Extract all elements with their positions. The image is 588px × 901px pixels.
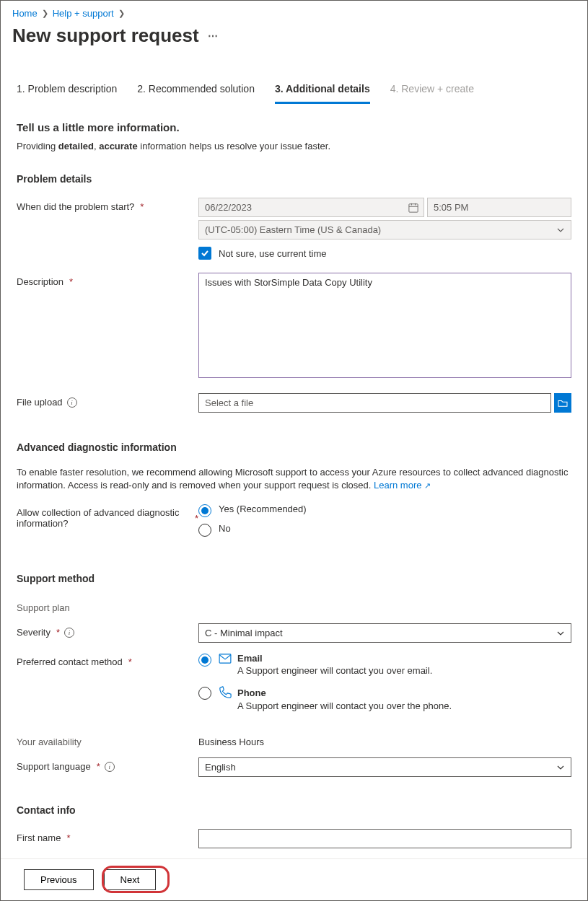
chevron-right-icon: ❯ bbox=[118, 9, 125, 18]
radio-diagnostic-no[interactable]: No bbox=[198, 523, 571, 537]
label-description: Description* bbox=[17, 273, 198, 287]
label-support-language: Support language* i bbox=[17, 757, 198, 772]
file-upload-input[interactable]: Select a file bbox=[198, 393, 551, 413]
wizard-footer: Previous Next bbox=[1, 858, 587, 900]
info-icon[interactable]: i bbox=[67, 397, 77, 408]
learn-more-link[interactable]: Learn more ↗ bbox=[374, 480, 431, 491]
not-sure-label: Not sure, use current time bbox=[219, 248, 327, 259]
mail-icon bbox=[219, 654, 232, 664]
radio-contact-email[interactable]: Email A Support engineer will contact yo… bbox=[198, 653, 571, 676]
section-diagnostic: Advanced diagnostic information bbox=[17, 441, 571, 453]
tab-additional-details[interactable]: 3. Additional details bbox=[275, 79, 370, 104]
radio-contact-phone[interactable]: Phone A Support engineer will contact yo… bbox=[198, 686, 571, 711]
breadcrumb: Home ❯ Help + support ❯ bbox=[1, 1, 587, 22]
radio-diagnostic-yes[interactable]: Yes (Recommended) bbox=[198, 504, 571, 517]
breadcrumb-help-support[interactable]: Help + support bbox=[53, 8, 114, 19]
not-sure-checkbox[interactable] bbox=[198, 247, 211, 260]
intro-subtext: Providing detailed, accurate information… bbox=[17, 141, 571, 151]
label-first-name: First name* bbox=[17, 829, 198, 843]
diagnostic-paragraph: To enable faster resolution, we recommen… bbox=[17, 466, 571, 492]
label-severity: Severity* i bbox=[17, 623, 198, 638]
svg-rect-4 bbox=[219, 654, 231, 663]
radio-icon bbox=[198, 524, 211, 537]
label-problem-start: When did the problem start?* bbox=[17, 198, 198, 212]
tab-problem-description[interactable]: 1. Problem description bbox=[17, 79, 117, 104]
previous-button[interactable]: Previous bbox=[24, 869, 94, 890]
severity-select[interactable]: C - Minimal impact bbox=[198, 623, 571, 643]
chevron-down-icon bbox=[556, 763, 565, 772]
next-button[interactable]: Next bbox=[104, 869, 157, 890]
info-icon[interactable]: i bbox=[105, 762, 115, 772]
description-textarea[interactable]: Issues with StorSimple Data Copy Utility bbox=[198, 273, 571, 378]
label-contact-method: Preferred contact method* bbox=[17, 653, 198, 667]
problem-start-date-input[interactable] bbox=[198, 198, 424, 217]
label-availability: Your availability bbox=[17, 733, 198, 747]
availability-value: Business Hours bbox=[198, 733, 571, 747]
label-file-upload: File upload i bbox=[17, 393, 198, 408]
timezone-select[interactable]: (UTC-05:00) Eastern Time (US & Canada) bbox=[198, 220, 571, 239]
external-link-icon: ↗ bbox=[424, 481, 431, 490]
wizard-tabs: 1. Problem description 2. Recommended so… bbox=[1, 50, 587, 104]
chevron-down-icon bbox=[556, 226, 565, 234]
info-icon[interactable]: i bbox=[64, 628, 74, 638]
intro-heading: Tell us a little more information. bbox=[17, 121, 571, 133]
first-name-input[interactable] bbox=[198, 829, 571, 848]
radio-icon bbox=[198, 504, 211, 517]
radio-icon bbox=[198, 687, 211, 700]
more-actions-button[interactable]: ⋯ bbox=[208, 30, 219, 42]
support-language-select[interactable]: English bbox=[198, 757, 571, 777]
tab-review-create: 4. Review + create bbox=[390, 79, 474, 104]
label-allow-diagnostic: Allow collection of advanced diagnostic … bbox=[17, 504, 198, 529]
section-contact-info: Contact info bbox=[17, 804, 571, 816]
chevron-down-icon bbox=[556, 629, 565, 638]
folder-icon bbox=[558, 399, 568, 408]
label-support-plan: Support plan bbox=[17, 599, 198, 613]
problem-start-time-input[interactable] bbox=[427, 198, 571, 217]
tab-recommended-solution[interactable]: 2. Recommended solution bbox=[137, 79, 255, 104]
section-support-method: Support method bbox=[17, 573, 571, 584]
chevron-right-icon: ❯ bbox=[42, 9, 48, 18]
breadcrumb-home[interactable]: Home bbox=[12, 8, 38, 19]
page-title: New support request ⋯ bbox=[1, 22, 587, 50]
phone-icon bbox=[219, 686, 232, 699]
section-problem-details: Problem details bbox=[17, 173, 571, 185]
file-browse-button[interactable] bbox=[554, 393, 571, 413]
radio-icon bbox=[198, 654, 211, 667]
